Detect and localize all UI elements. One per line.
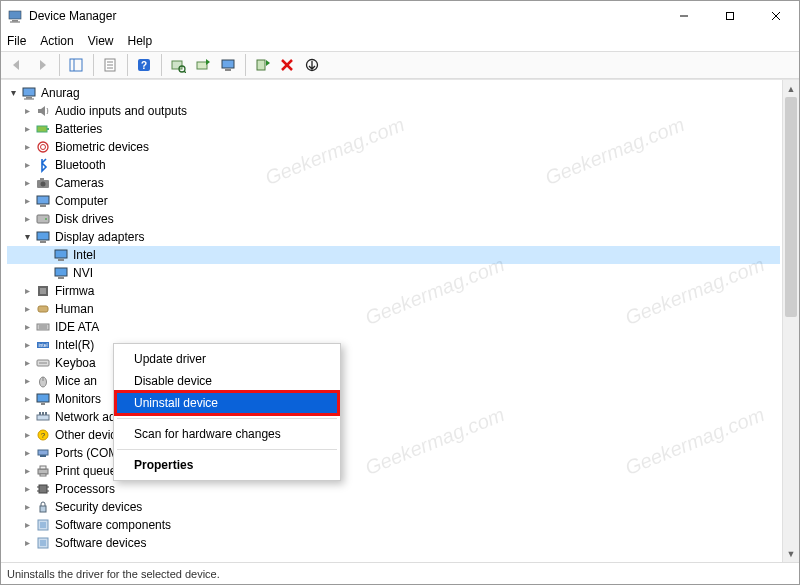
uninstall-device-button[interactable] [275, 53, 299, 77]
tree-item-label: Mice an [55, 372, 97, 390]
expand-arrow-icon[interactable] [21, 444, 33, 462]
expand-arrow-icon[interactable] [21, 498, 33, 516]
scroll-down-button[interactable]: ▼ [783, 545, 799, 562]
svg-rect-79 [40, 540, 46, 546]
tree-device[interactable]: Intel [7, 246, 780, 264]
tree-category[interactable]: Cameras [7, 174, 780, 192]
expand-arrow-icon[interactable] [7, 84, 19, 102]
tree-item-label: Biometric devices [55, 138, 149, 156]
toolbar-separator [59, 54, 60, 76]
display-icon [53, 265, 69, 281]
tree-category[interactable]: Firmwa [7, 282, 780, 300]
tree-category[interactable]: Bluetooth [7, 156, 780, 174]
tree-category[interactable]: Security devices [7, 498, 780, 516]
menu-action[interactable]: Action [40, 34, 73, 48]
tree-category[interactable]: Biometric devices [7, 138, 780, 156]
tree-device[interactable]: NVI [7, 264, 780, 282]
tree-category[interactable]: Processors [7, 480, 780, 498]
expand-arrow-icon[interactable] [21, 318, 33, 336]
tree-item-label: Disk drives [55, 210, 114, 228]
tree-category[interactable]: Audio inputs and outputs [7, 102, 780, 120]
ctx-disable-device[interactable]: Disable device [116, 370, 338, 392]
minimize-button[interactable] [661, 1, 707, 31]
device-manager-window: Device Manager File Action View Help ? A [0, 0, 800, 585]
security-icon [35, 499, 51, 515]
menu-file[interactable]: File [7, 34, 26, 48]
maximize-button[interactable] [707, 1, 753, 31]
svg-rect-68 [40, 466, 46, 469]
display-icon [35, 229, 51, 245]
expand-arrow-icon[interactable] [21, 156, 33, 174]
expand-arrow-icon[interactable] [21, 336, 33, 354]
tree-category[interactable]: Batteries [7, 120, 780, 138]
tree-category[interactable]: Human [7, 300, 780, 318]
enable-device-button[interactable] [250, 53, 274, 77]
close-button[interactable] [753, 1, 799, 31]
expand-arrow-icon[interactable] [21, 534, 33, 552]
expand-arrow-icon[interactable] [21, 282, 33, 300]
expand-arrow-icon[interactable] [21, 102, 33, 120]
scroll-track[interactable] [783, 97, 799, 545]
svg-rect-37 [37, 215, 49, 223]
ctx-properties[interactable]: Properties [116, 454, 338, 476]
expand-arrow-icon[interactable] [21, 174, 33, 192]
expand-arrow-icon[interactable] [21, 462, 33, 480]
tree-item-label: Audio inputs and outputs [55, 102, 187, 120]
svg-rect-0 [9, 11, 21, 19]
expand-arrow-icon[interactable] [21, 408, 33, 426]
svg-rect-20 [225, 69, 231, 71]
network-icon [35, 409, 51, 425]
tree-category-display-adapters[interactable]: Display adapters [7, 228, 780, 246]
printer-icon [35, 463, 51, 479]
scan-hardware-button[interactable] [166, 53, 190, 77]
vertical-scrollbar[interactable]: ▲ ▼ [782, 80, 799, 562]
expand-arrow-icon[interactable] [21, 300, 33, 318]
show-hide-tree-button[interactable] [64, 53, 88, 77]
expand-arrow-icon[interactable] [21, 372, 33, 390]
back-button[interactable] [5, 53, 29, 77]
tree-category[interactable]: Software devices [7, 534, 780, 552]
expand-arrow-icon[interactable] [21, 480, 33, 498]
help-button[interactable]: ? [132, 53, 156, 77]
tree-item-label: Software components [55, 516, 171, 534]
scroll-thumb[interactable] [785, 97, 797, 317]
expand-arrow-icon[interactable] [21, 354, 33, 372]
expand-arrow-icon[interactable] [21, 210, 33, 228]
svg-rect-26 [26, 97, 32, 99]
expand-arrow-icon[interactable] [21, 120, 33, 138]
expand-arrow-icon[interactable] [21, 228, 33, 246]
toolbar-separator [93, 54, 94, 76]
tree-root[interactable]: Anurag [7, 84, 780, 102]
forward-button[interactable] [30, 53, 54, 77]
svg-text:intel: intel [38, 342, 47, 348]
menu-help[interactable]: Help [128, 34, 153, 48]
monitor-button[interactable] [216, 53, 240, 77]
scroll-up-button[interactable]: ▲ [783, 80, 799, 97]
tree-category[interactable]: IDE ATA [7, 318, 780, 336]
update-driver-button[interactable] [191, 53, 215, 77]
expand-arrow-icon[interactable] [21, 192, 33, 210]
ctx-uninstall-device[interactable]: Uninstall device [116, 392, 338, 414]
svg-rect-60 [39, 412, 41, 415]
window-title: Device Manager [29, 9, 661, 23]
menu-view[interactable]: View [88, 34, 114, 48]
expand-arrow-icon[interactable] [21, 138, 33, 156]
device-tree[interactable]: AnuragAudio inputs and outputsBatteriesB… [1, 80, 782, 562]
expand-arrow-icon[interactable] [21, 516, 33, 534]
hid-icon [35, 301, 51, 317]
software-icon [35, 535, 51, 551]
svg-rect-66 [40, 455, 46, 457]
tree-category[interactable]: Software components [7, 516, 780, 534]
disable-device-button[interactable] [300, 53, 324, 77]
ctx-update-driver[interactable]: Update driver [116, 348, 338, 370]
tree-category[interactable]: Disk drives [7, 210, 780, 228]
expand-arrow-icon[interactable] [21, 426, 33, 444]
other-icon: ? [35, 427, 51, 443]
svg-rect-40 [40, 241, 46, 243]
toolbar-separator [245, 54, 246, 76]
svg-rect-43 [55, 268, 67, 276]
expand-arrow-icon[interactable] [21, 390, 33, 408]
properties-button[interactable] [98, 53, 122, 77]
ctx-scan-hardware[interactable]: Scan for hardware changes [116, 423, 338, 445]
tree-category[interactable]: Computer [7, 192, 780, 210]
